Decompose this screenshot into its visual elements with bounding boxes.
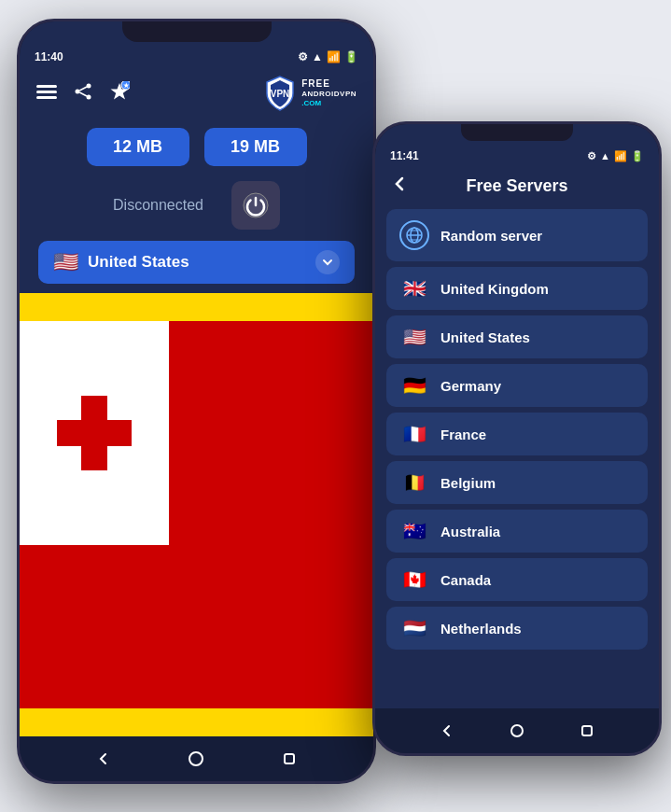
flag-fr: 🇫🇷 <box>399 424 429 444</box>
flag-uk: 🇬🇧 <box>399 278 429 299</box>
phone2-header: Free Servers <box>375 167 659 205</box>
flag-nl: 🇳🇱 <box>399 618 429 638</box>
time-2: 11:41 <box>390 149 419 162</box>
flag-stripe-top <box>20 293 373 321</box>
recents-nav-button-2[interactable] <box>577 721 597 741</box>
rate-icon[interactable]: ★ <box>109 81 130 105</box>
server-name-nl: Netherlands <box>440 621 522 637</box>
svg-point-5 <box>87 94 91 99</box>
flag-cross <box>57 396 132 470</box>
settings-icon-2: ⚙ <box>587 150 596 162</box>
svg-point-3 <box>87 83 91 88</box>
server-list: Random server 🇬🇧 United Kingdom 🇺🇸 Unite… <box>375 205 659 708</box>
flag-display <box>20 293 373 736</box>
phone1-header: ★ VPN FREE ANDROIDVPN .COM <box>20 68 373 119</box>
flag-be: 🇧🇪 <box>399 472 429 493</box>
svg-rect-14 <box>285 754 294 763</box>
header-icons: ★ <box>36 81 130 105</box>
server-name-us: United States <box>440 329 530 345</box>
back-button[interactable] <box>390 175 409 198</box>
status-bar-2: 11:41 ⚙ ▲ 📶 🔋 <box>375 141 659 167</box>
server-name-fr: France <box>440 427 486 442</box>
notch <box>122 21 272 42</box>
status-icons-2: ⚙ ▲ 📶 🔋 <box>587 150 644 162</box>
server-select-button[interactable]: 🇺🇸 United States <box>38 241 355 284</box>
flag-stripe-bottom <box>20 708 373 736</box>
server-item-au[interactable]: 🇦🇺 Australia <box>386 510 648 553</box>
svg-rect-1 <box>36 91 57 93</box>
wifi-icon: ▲ <box>312 50 323 63</box>
flag-us: 🇺🇸 <box>399 327 429 347</box>
share-icon[interactable] <box>74 82 92 105</box>
flag-ca: 🇨🇦 <box>399 569 429 590</box>
download-stat: 12 MB <box>87 128 189 166</box>
svg-rect-2 <box>36 96 57 99</box>
svg-line-6 <box>79 92 87 96</box>
server-name-uk: United Kingdom <box>440 281 549 297</box>
wifi-icon-2: ▲ <box>600 150 610 161</box>
svg-point-13 <box>189 752 203 765</box>
server-item-uk[interactable]: 🇬🇧 United Kingdom <box>386 267 648 310</box>
server-name-random: Random server <box>440 228 542 244</box>
server-item-random[interactable]: Random server <box>386 209 648 261</box>
server-name-au: Australia <box>440 524 500 539</box>
time-1: 11:40 <box>35 50 63 63</box>
settings-icon: ⚙ <box>298 50 308 63</box>
menu-icon[interactable] <box>36 83 57 105</box>
status-icons-1: ⚙ ▲ 📶 🔋 <box>298 50 358 63</box>
battery-icon: 🔋 <box>344 50 358 63</box>
stats-row: 12 MB 19 MB <box>20 119 373 175</box>
phone2-screen: 11:41 ⚙ ▲ 📶 🔋 Free Servers <box>375 124 659 753</box>
phone1-screen: 11:40 ⚙ ▲ 📶 🔋 <box>20 21 373 781</box>
home-nav-button[interactable] <box>186 749 206 769</box>
bottom-nav-1 <box>20 736 373 781</box>
recents-nav-button[interactable] <box>279 749 300 769</box>
bottom-nav-2 <box>375 708 659 753</box>
server-item-nl[interactable]: 🇳🇱 Netherlands <box>386 607 648 650</box>
logo-text: FREE ANDROIDVPN .COM <box>301 78 356 107</box>
battery-icon-2: 🔋 <box>631 150 644 162</box>
chevron-down-icon <box>315 250 340 274</box>
svg-line-7 <box>79 87 87 91</box>
phone-1: 11:40 ⚙ ▲ 📶 🔋 <box>17 19 376 784</box>
logo-area: VPN FREE ANDROIDVPN .COM <box>264 76 356 111</box>
svg-text:VPN: VPN <box>271 89 290 99</box>
server-name-ca: Canada <box>440 572 491 588</box>
back-nav-button[interactable] <box>93 749 114 769</box>
status-bar-1: 11:40 ⚙ ▲ 📶 🔋 <box>20 42 373 68</box>
svg-point-4 <box>76 89 80 93</box>
svg-rect-21 <box>582 726 592 735</box>
flag-au: 🇦🇺 <box>399 521 429 541</box>
signal-icon-2: 📶 <box>614 150 627 162</box>
svg-point-20 <box>511 725 523 736</box>
signal-icon: 📶 <box>327 50 341 63</box>
flag-canton <box>20 321 169 545</box>
server-flag-emoji: 🇺🇸 <box>53 250 78 274</box>
server-item-be[interactable]: 🇧🇪 Belgium <box>386 461 648 504</box>
connection-status: Disconnected <box>113 197 203 214</box>
server-item-ca[interactable]: 🇨🇦 Canada <box>386 558 648 601</box>
server-item-de[interactable]: 🇩🇪 Germany <box>386 364 648 407</box>
disconnect-row: Disconnected <box>20 175 373 241</box>
upload-stat: 19 MB <box>204 128 307 166</box>
globe-icon <box>399 220 429 250</box>
phone-2: 11:41 ⚙ ▲ 📶 🔋 Free Servers <box>372 121 662 756</box>
server-item-fr[interactable]: 🇫🇷 France <box>386 413 648 455</box>
screen-title: Free Servers <box>420 176 614 196</box>
server-name-de: Germany <box>440 378 501 394</box>
server-item-us[interactable]: 🇺🇸 United States <box>386 315 648 358</box>
home-nav-button-2[interactable] <box>507 721 527 741</box>
svg-text:★: ★ <box>123 82 130 89</box>
back-nav-button-2[interactable] <box>437 721 457 741</box>
notch2 <box>461 124 573 141</box>
power-button[interactable] <box>231 181 280 230</box>
selected-server-label: United States <box>88 253 306 272</box>
flag-de: 🇩🇪 <box>399 375 429 396</box>
svg-rect-0 <box>36 85 57 88</box>
server-name-be: Belgium <box>440 475 496 491</box>
